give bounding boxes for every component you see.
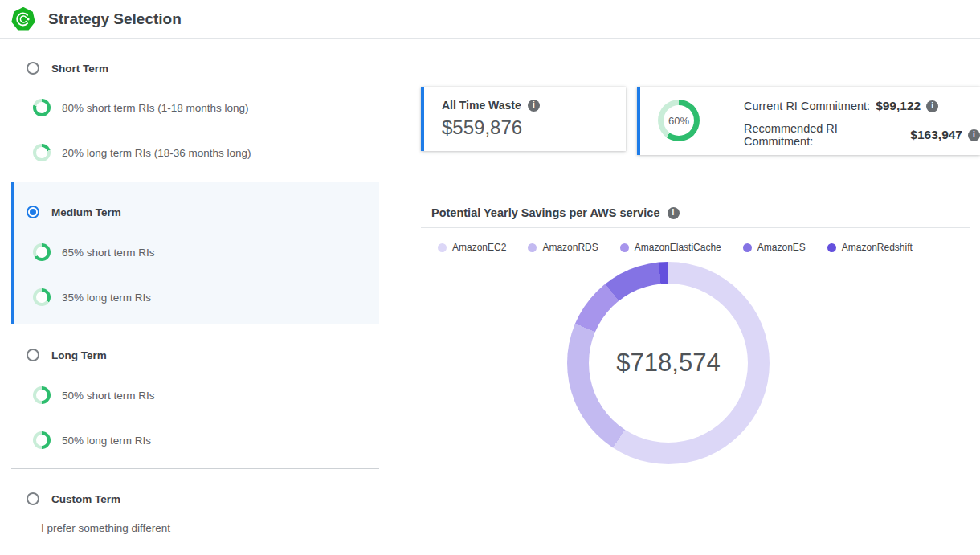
legend-dot xyxy=(620,243,629,252)
radio-long-term[interactable] xyxy=(27,349,39,361)
legend-dot xyxy=(743,243,752,252)
chart-title: Potential Yearly Savings per AWS service xyxy=(431,206,660,219)
gauge-percent-label: 60% xyxy=(668,115,689,127)
radio-custom-term[interactable] xyxy=(27,492,39,505)
legend-item-amazonredshift[interactable]: AmazonRedshift xyxy=(827,242,913,253)
strategy-list: Short Term 80% short term RIs (1-18 mont… xyxy=(11,39,379,555)
strategy-long-term[interactable]: Long Term xyxy=(27,349,107,361)
list-divider xyxy=(11,468,379,469)
mini-donut-chart xyxy=(33,288,51,306)
current-ri-commitment-label: Current RI Commitment: xyxy=(744,100,870,112)
legend-item-amazonelasticache[interactable]: AmazonElastiCache xyxy=(620,242,721,253)
legend-item-amazones[interactable]: AmazonES xyxy=(743,242,806,253)
strategy-short-term[interactable]: Short Term xyxy=(27,62,108,75)
mini-donut-chart xyxy=(33,99,51,116)
strategy-option: 20% long term RIs (18-36 months long) xyxy=(33,144,251,161)
strategy-custom-term[interactable]: Custom Term xyxy=(27,492,120,505)
strategy-label: Short Term xyxy=(51,63,108,75)
radio-short-term[interactable] xyxy=(27,62,39,75)
all-time-waste-card: All Time Waste i $559,876 xyxy=(421,87,626,151)
mini-donut-chart xyxy=(33,386,51,404)
page-header: Strategy Selection xyxy=(0,0,980,39)
current-ri-commitment-row: Current RI Commitment: $99,122 i xyxy=(744,99,980,113)
legend-dot xyxy=(438,243,447,252)
legend-label: AmazonRedshift xyxy=(842,242,913,253)
strategy-label: Custom Term xyxy=(51,493,120,505)
mini-donut-chart xyxy=(33,243,51,261)
mini-donut-chart xyxy=(33,144,51,161)
custom-term-description: I prefer something different xyxy=(41,522,170,534)
recommended-ri-commitment-row: Recommended RI Commitment: $163,947 i xyxy=(744,122,980,148)
strategy-selection-page: Strategy Selection Short Term 80% short … xyxy=(0,0,980,555)
strategy-medium-term[interactable]: Medium Term 65% short term RIs 35% long … xyxy=(11,182,379,324)
legend-label: AmazonRDS xyxy=(542,242,598,253)
option-label: 50% short term RIs xyxy=(62,390,155,402)
info-icon[interactable]: i xyxy=(926,100,938,112)
ri-commitment-card: 60% Current RI Commitment: $99,122 i Rec… xyxy=(637,87,980,155)
option-label: 65% short term RIs xyxy=(62,247,155,259)
strategy-option: 50% short term RIs xyxy=(33,386,155,404)
legend-label: AmazonEC2 xyxy=(452,242,506,253)
donut-center-value: $718,574 xyxy=(616,349,720,377)
info-icon[interactable]: i xyxy=(968,129,980,141)
strategy-option: 65% short term RIs xyxy=(33,243,155,261)
chart-title-row: Potential Yearly Savings per AWS service… xyxy=(431,206,680,219)
strategy-header[interactable]: Medium Term xyxy=(27,206,121,218)
legend-dot xyxy=(827,243,836,252)
strategy-option: 50% long term RIs xyxy=(33,431,151,449)
all-time-waste-label: All Time Waste xyxy=(442,99,521,112)
savings-donut-chart: $718,574 xyxy=(567,262,770,464)
legend-item-amazonrds[interactable]: AmazonRDS xyxy=(528,242,598,253)
mini-donut-chart xyxy=(33,431,51,449)
option-label: 35% long term RIs xyxy=(62,292,151,304)
option-label: 20% long term RIs (18-36 months long) xyxy=(62,147,251,159)
strategy-label: Medium Term xyxy=(51,206,121,218)
info-icon[interactable]: i xyxy=(528,100,540,112)
option-label: 80% short term RIs (1-18 months long) xyxy=(62,102,249,114)
all-time-waste-value: $559,876 xyxy=(442,116,626,139)
legend-label: AmazonES xyxy=(757,242,806,253)
legend-label: AmazonElastiCache xyxy=(635,242,721,253)
recommended-ri-commitment-value: $163,947 xyxy=(910,128,962,142)
option-label: 50% long term RIs xyxy=(62,435,151,447)
strategy-option: 80% short term RIs (1-18 months long) xyxy=(33,99,249,116)
strategy-option: 35% long term RIs xyxy=(33,288,151,306)
current-ri-commitment-value: $99,122 xyxy=(876,99,921,113)
page-title: Strategy Selection xyxy=(48,0,182,38)
chart-divider xyxy=(421,227,970,228)
legend-dot xyxy=(528,243,537,252)
strategy-label: Long Term xyxy=(51,349,107,361)
legend-item-amazonec2[interactable]: AmazonEC2 xyxy=(438,242,506,253)
chart-legend: AmazonEC2 AmazonRDS AmazonElastiCache Am… xyxy=(438,242,913,253)
info-icon[interactable]: i xyxy=(668,207,680,219)
commitment-gauge-chart: 60% xyxy=(658,100,700,141)
cloudcheckr-logo-icon xyxy=(11,7,35,31)
radio-medium-term[interactable] xyxy=(27,206,39,218)
recommended-ri-commitment-label: Recommended RI Commitment: xyxy=(744,122,904,148)
